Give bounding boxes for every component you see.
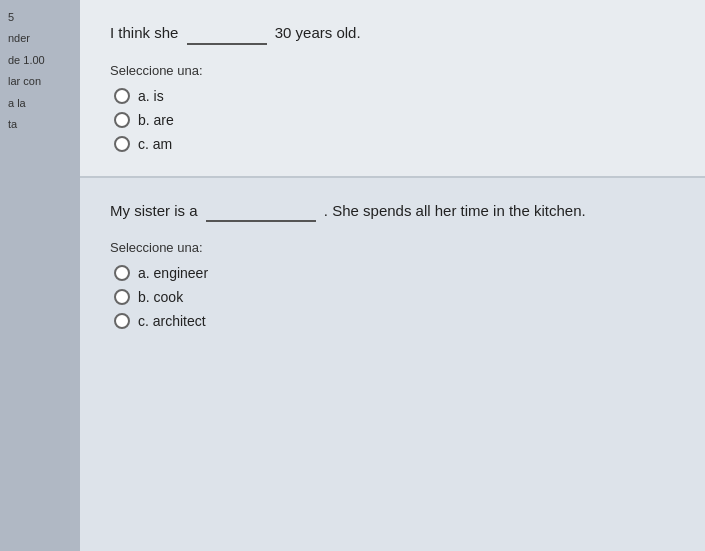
q2-text-after: . She spends all her time in the kitchen… [324,202,586,219]
q2-option-c[interactable]: c. architect [114,313,675,329]
q1-radio-c[interactable] [114,136,130,152]
q1-text-after: 30 years old. [275,24,361,41]
question-1-block: I think she 30 years old. Seleccione una… [80,0,705,178]
q1-radio-a[interactable] [114,88,130,104]
q2-options-list: a. engineer b. cook c. architect [110,265,675,329]
q1-options-list: a. is b. are c. am [110,88,675,152]
question-1-text: I think she 30 years old. [110,20,675,45]
q1-text-before: I think she [110,24,178,41]
q1-label-c: c. am [138,136,172,152]
sidebar-text-5: a la [8,96,72,111]
question-2-block: My sister is a . She spends all her time… [80,178,705,552]
main-content: I think she 30 years old. Seleccione una… [80,0,705,551]
q2-blank [206,198,316,223]
sidebar-text-3: de 1.00 [8,53,72,68]
q2-option-a[interactable]: a. engineer [114,265,675,281]
q1-option-b[interactable]: b. are [114,112,675,128]
q1-label-b: b. are [138,112,174,128]
sidebar-text-1: 5 [8,10,72,25]
q2-label-a: a. engineer [138,265,208,281]
q2-label-c: c. architect [138,313,206,329]
q1-option-a[interactable]: a. is [114,88,675,104]
q1-label-a: a. is [138,88,164,104]
q1-radio-b[interactable] [114,112,130,128]
q2-radio-b[interactable] [114,289,130,305]
q2-radio-c[interactable] [114,313,130,329]
q2-label-b: b. cook [138,289,183,305]
q1-seleccione-label: Seleccione una: [110,63,675,78]
question-2-text: My sister is a . She spends all her time… [110,198,675,223]
q2-text-before: My sister is a [110,202,198,219]
sidebar-text-6: ta [8,117,72,132]
sidebar-text-2: nder [8,31,72,46]
q1-option-c[interactable]: c. am [114,136,675,152]
q2-seleccione-label: Seleccione una: [110,240,675,255]
sidebar-text-4: lar con [8,74,72,89]
sidebar: 5 nder de 1.00 lar con a la ta [0,0,80,551]
q1-blank [187,20,267,45]
q2-radio-a[interactable] [114,265,130,281]
q2-option-b[interactable]: b. cook [114,289,675,305]
